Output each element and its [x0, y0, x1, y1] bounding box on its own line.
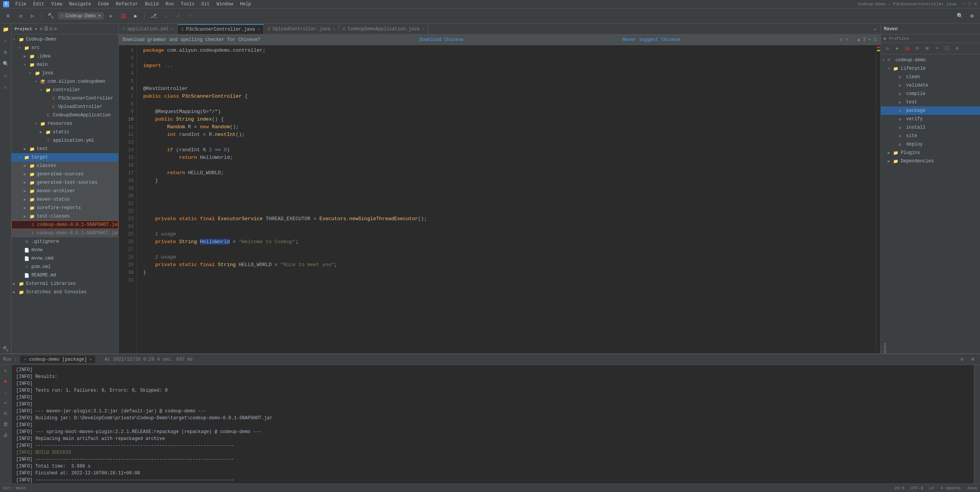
console-maximize-btn[interactable]: ⊞ [969, 355, 977, 364]
maven-generate-btn[interactable]: + [933, 44, 941, 53]
toolbar-debug-btn[interactable]: 🐞 [118, 11, 128, 21]
sidebar-icon-search[interactable]: 🔍 [2, 60, 10, 68]
tree-item-controller-folder[interactable]: ▾ 📁 controller [11, 86, 118, 94]
console-output[interactable]: [INFO] [INFO] Results: [INFO] [INFO] Tes… [11, 365, 974, 484]
status-indent[interactable]: 4 spaces [941, 486, 961, 490]
toolbar-coverage-btn[interactable]: ▶ [131, 11, 140, 21]
menu-help[interactable]: Help [237, 1, 254, 8]
tree-item-static[interactable]: ▶ 📁 static [11, 128, 118, 136]
menu-code[interactable]: Code [95, 1, 112, 8]
maven-item-test[interactable]: ▶ ⚙ test [881, 98, 980, 106]
maven-item-validate[interactable]: ▶ ⚙ validate [881, 81, 980, 90]
window-maximize[interactable]: □ [969, 1, 971, 7]
tree-item-app[interactable]: ▶ C CodeupDemoApplication [11, 111, 118, 119]
maven-toggle-offline-btn[interactable]: ⊠ [923, 44, 931, 53]
sidebar-icon-structure[interactable]: ⊞ [2, 48, 10, 57]
tree-item-mvnw[interactable]: ▶ 📄 mvnw [11, 246, 118, 254]
tree-item-yml[interactable]: ▶ Y application.yml [11, 136, 118, 145]
tab-yml[interactable]: Y application.yml ✕ [119, 24, 178, 34]
download-chinese-btn[interactable]: Download Chinese [420, 37, 464, 42]
maven-run-btn[interactable]: ▶ [893, 44, 902, 53]
tab-upload-close[interactable]: ✕ [333, 27, 335, 31]
panel-collapse-icon[interactable]: ⊟ [50, 26, 52, 32]
tree-item-pom[interactable]: ▶ X pom.xml [11, 263, 118, 271]
sidebar-icon-commit[interactable]: ✓ [2, 37, 10, 45]
tree-item-gen-test-sources[interactable]: ▶ 📁 generated-test-sources [11, 178, 118, 187]
maven-item-deploy[interactable]: ▶ ⚙ deploy [881, 140, 980, 149]
status-lang[interactable]: Java [967, 486, 977, 490]
sidebar-icon-todo[interactable]: ☑ [2, 71, 10, 80]
tree-item-resources[interactable]: ▾ 📁 resources [11, 119, 118, 128]
menu-git[interactable]: Git [198, 1, 213, 8]
sidebar-icon-build[interactable]: 🔨 [2, 345, 10, 353]
toolbar-commit-btn[interactable]: ✓ [173, 11, 183, 21]
toolbar-settings-btn[interactable]: ⚙ [967, 11, 977, 21]
panel-sync-icon[interactable]: ⚙ [39, 26, 42, 32]
tree-item-upload[interactable]: ▶ C UploadController [11, 103, 118, 111]
toolbar-forward-btn[interactable]: ▷ [28, 11, 38, 21]
run-scroll-end-btn[interactable]: ↓ [2, 388, 10, 396]
maven-skip-test-btn[interactable]: ⊡ [913, 44, 921, 53]
tree-item-p3cscanner[interactable]: ▶ C P3cScannerController [11, 94, 118, 103]
tree-item-test-classes[interactable]: ▶ 📁 test-classes [11, 212, 118, 221]
tree-item-jar-original[interactable]: ▶ J codeup-demo-0.0.1-SNAPSHOT.jar.origi… [11, 229, 118, 237]
toolbar-push-btn[interactable]: ↑ [185, 11, 195, 21]
maven-item-package[interactable]: ▶ ⚙ package [881, 106, 980, 115]
panel-settings-icon[interactable]: ⚙ [54, 26, 57, 32]
menu-build[interactable]: Build [142, 1, 162, 8]
tree-item-gen-sources[interactable]: ▶ 📁 generated-sources [11, 170, 118, 178]
maven-refresh-btn[interactable]: ↻ [883, 44, 892, 53]
console-settings-btn[interactable]: ⚙ [958, 355, 966, 364]
tree-item-package[interactable]: ▾ 📦 com.aliyun.codeupdemo [11, 77, 118, 86]
tree-item-classes[interactable]: ▶ 📁 classes [11, 162, 118, 170]
run-restart-btn[interactable]: ↻ [2, 366, 10, 375]
tree-item-idea[interactable]: ▶ 📁 .idea [11, 52, 118, 60]
menu-run[interactable]: Run [162, 1, 177, 8]
tree-item-gitignore[interactable]: ▶ G .gitignore [11, 237, 118, 246]
run-tab-package[interactable]: ✓ codeup-demo [package] ✕ [20, 356, 96, 363]
maven-item-clean[interactable]: ▶ ⚙ clean [881, 73, 980, 81]
run-print-btn[interactable]: 🖨 [2, 431, 10, 439]
tree-item-maven-archiver[interactable]: ▶ 📁 maven-archiver [11, 187, 118, 195]
toolbar-build-btn[interactable]: 🔨 [46, 11, 56, 21]
tree-item-codeup-demo[interactable]: ▾ 📁 Codeup-Demo [11, 35, 118, 44]
tab-p3cscanner[interactable]: C P3cScannerController.java ✕ [178, 24, 264, 34]
tree-item-java[interactable]: ▾ 📁 java [11, 69, 118, 77]
tab-yml-close[interactable]: ✕ [171, 27, 173, 31]
toolbar-back-btn[interactable]: ◁ [15, 11, 25, 21]
tab-p3cscanner-close[interactable]: ✕ [257, 27, 260, 32]
tab-app-close[interactable]: ✕ [422, 27, 424, 31]
status-line-col[interactable]: 26:5 [894, 486, 904, 490]
toolbar-project-btn[interactable]: ≡ [3, 11, 13, 21]
never-suggest-btn[interactable]: Never suggest Chinese [622, 37, 680, 42]
menu-window[interactable]: Window [214, 1, 236, 8]
menu-navigate[interactable]: Navigate [66, 1, 94, 8]
run-config-selector[interactable]: ● Codeup-Demo ▾ [58, 12, 104, 20]
sidebar-icon-problems[interactable]: ⚠ [2, 83, 10, 91]
run-trash-btn[interactable]: 🗑 [2, 420, 10, 428]
toolbar-git-btn[interactable]: ⎇ [149, 11, 158, 21]
status-git[interactable]: Git: main [3, 486, 26, 490]
status-line-sep[interactable]: LF [929, 486, 934, 490]
window-close[interactable]: ✕ [974, 1, 977, 7]
maven-info-btn[interactable]: ⓘ [943, 44, 951, 53]
maven-item-dependencies[interactable]: ▶ 📁 Dependencies [881, 157, 980, 165]
menu-view[interactable]: View [48, 1, 65, 8]
run-stop-btn[interactable]: ■ [2, 377, 10, 386]
run-tab-close[interactable]: ✕ [89, 357, 91, 362]
tree-item-mvnw-cmd[interactable]: ▶ 📄 mvnw.cmd [11, 254, 118, 263]
maven-debug-btn[interactable]: 🐞 [903, 44, 911, 53]
maven-settings-btn[interactable]: ⚙ [953, 44, 961, 53]
tab-app[interactable]: C CodeupDemoApplication.java ✕ [339, 24, 428, 34]
tree-item-surefire[interactable]: ▶ 📁 surefire-reports [11, 204, 118, 212]
menu-edit[interactable]: Edit [30, 1, 47, 8]
tree-item-jar[interactable]: ▶ J codeup-demo-0.0.1-SNAPSHOT.jar [11, 221, 118, 229]
maven-item-site[interactable]: ▶ ⚙ site [881, 132, 980, 140]
tree-item-src[interactable]: ▾ 📁 src [11, 44, 118, 52]
run-soft-wrap-btn[interactable]: ↩ [2, 399, 10, 407]
sidebar-icon-project[interactable]: 📁 [2, 25, 10, 34]
maven-item-plugins[interactable]: ▶ 📁 Plugins [881, 149, 980, 157]
menu-tools[interactable]: Tools [178, 1, 198, 8]
tree-item-readme[interactable]: ▶ 📄 README.md [11, 271, 118, 280]
maven-item-lifecycle[interactable]: ▾ 📁 Lifecycle [881, 64, 980, 73]
